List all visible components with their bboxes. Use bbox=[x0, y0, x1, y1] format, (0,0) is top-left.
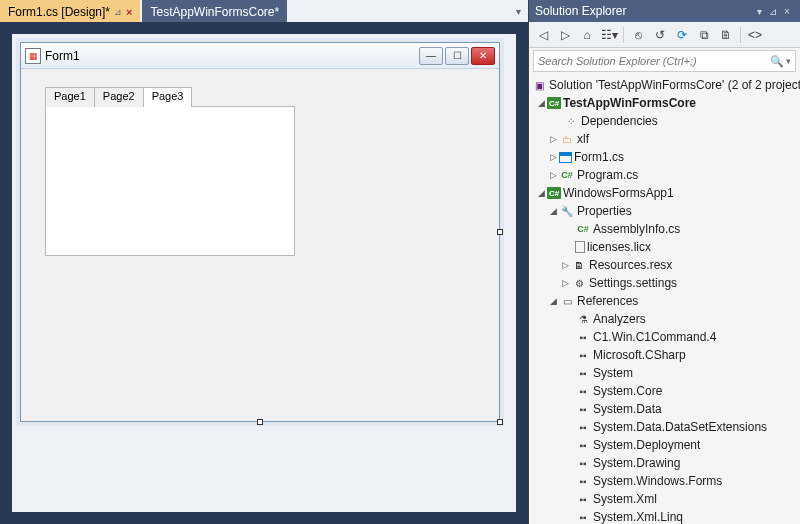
collapse-icon[interactable]: ◢ bbox=[535, 188, 547, 198]
forward-icon[interactable]: ▷ bbox=[555, 25, 575, 45]
design-canvas[interactable]: ▦ Form1 — ☐ ✕ Page1 Page2 Page3 bbox=[12, 34, 516, 512]
item-label: licenses.licx bbox=[587, 240, 651, 254]
expand-icon[interactable]: ▷ bbox=[559, 260, 571, 270]
tree-item[interactable]: ▪▪System.Deployment bbox=[529, 436, 800, 454]
form-window[interactable]: ▦ Form1 — ☐ ✕ Page1 Page2 Page3 bbox=[20, 42, 500, 422]
search-input[interactable] bbox=[538, 55, 770, 67]
panel-title: Solution Explorer bbox=[535, 4, 626, 18]
item-label: System.Drawing bbox=[593, 456, 680, 470]
solution-search[interactable]: 🔍 ▾ bbox=[533, 50, 796, 72]
maximize-button[interactable]: ☐ bbox=[445, 47, 469, 65]
form-title: Form1 bbox=[45, 49, 80, 63]
csproj-icon: C# bbox=[547, 97, 561, 109]
resize-handle-corner[interactable] bbox=[497, 419, 503, 425]
tree-item[interactable]: ▷ C# Program.cs bbox=[529, 166, 800, 184]
collapse-icon[interactable]: ◢ bbox=[535, 98, 547, 108]
item-label: Properties bbox=[577, 204, 632, 218]
solution-explorer-header[interactable]: Solution Explorer ▾ ⊿ × bbox=[529, 0, 800, 22]
form-titlebar: ▦ Form1 — ☐ ✕ bbox=[21, 43, 499, 69]
tree-item[interactable]: ▪▪System.Core bbox=[529, 382, 800, 400]
project-label: WindowsFormsApp1 bbox=[563, 186, 674, 200]
view-code-icon[interactable]: <> bbox=[745, 25, 765, 45]
project-node[interactable]: ◢ C# WindowsFormsApp1 bbox=[529, 184, 800, 202]
expand-icon[interactable]: ▷ bbox=[547, 152, 559, 162]
tab-page2[interactable]: Page2 bbox=[94, 87, 144, 107]
tab-page3[interactable]: Page3 bbox=[143, 87, 193, 107]
tree-item[interactable]: ▪▪Microsoft.CSharp bbox=[529, 346, 800, 364]
form-app-icon: ▦ bbox=[25, 48, 41, 64]
close-panel-icon[interactable]: × bbox=[780, 6, 794, 17]
tree-item[interactable]: ▪▪System.Data bbox=[529, 400, 800, 418]
separator bbox=[623, 27, 624, 43]
minimize-button[interactable]: — bbox=[419, 47, 443, 65]
close-icon[interactable]: × bbox=[126, 6, 132, 18]
expand-icon[interactable]: ▷ bbox=[547, 170, 559, 180]
tree-item[interactable]: ⚗Analyzers bbox=[529, 310, 800, 328]
solution-tree[interactable]: ▣ Solution 'TestAppWinFormsCore' (2 of 2… bbox=[529, 74, 800, 524]
tree-item[interactable]: ▪▪System.Xml bbox=[529, 490, 800, 508]
assembly-icon: ▪▪ bbox=[575, 347, 591, 363]
tree-item[interactable]: ▪▪System.Data.DataSetExtensions bbox=[529, 418, 800, 436]
tree-item[interactable]: ▪▪C1.Win.C1Command.4 bbox=[529, 328, 800, 346]
autohide-pin-icon[interactable]: ⊿ bbox=[766, 6, 780, 17]
cs-file-icon: C# bbox=[559, 167, 575, 183]
dependencies-icon: ⁘ bbox=[563, 113, 579, 129]
tree-item[interactable]: licenses.licx bbox=[529, 238, 800, 256]
assembly-icon: ▪▪ bbox=[575, 365, 591, 381]
solution-node[interactable]: ▣ Solution 'TestAppWinFormsCore' (2 of 2… bbox=[529, 76, 800, 94]
form-body[interactable]: Page1 Page2 Page3 bbox=[21, 69, 499, 275]
tree-item[interactable]: ▷ ⚙ Settings.settings bbox=[529, 274, 800, 292]
tree-item[interactable]: ▪▪System.Xml.Linq bbox=[529, 508, 800, 524]
tree-item[interactable]: ▷ 🗀 xlf bbox=[529, 130, 800, 148]
tree-item[interactable]: ⁘ Dependencies bbox=[529, 112, 800, 130]
tree-item[interactable]: ◢ 🔧 Properties bbox=[529, 202, 800, 220]
refresh-icon[interactable]: ⟳ bbox=[672, 25, 692, 45]
tree-item[interactable]: ▪▪System.Drawing bbox=[529, 454, 800, 472]
sync-icon[interactable]: ↺ bbox=[650, 25, 670, 45]
assembly-icon: ▪▪ bbox=[575, 401, 591, 417]
home-icon[interactable]: ⌂ bbox=[577, 25, 597, 45]
pending-changes-icon[interactable]: ⎋ bbox=[628, 25, 648, 45]
search-dropdown-icon[interactable]: ▾ bbox=[786, 56, 791, 66]
window-position-icon[interactable]: ▾ bbox=[752, 6, 766, 17]
project-node[interactable]: ◢ C# TestAppWinFormsCore bbox=[529, 94, 800, 112]
collapse-icon[interactable]: ◢ bbox=[547, 296, 559, 306]
solution-explorer-panel: Solution Explorer ▾ ⊿ × ◁ ▷ ⌂ ☷▾ ⎋ ↺ ⟳ ⧉… bbox=[528, 0, 800, 524]
collapse-all-icon[interactable]: ⧉ bbox=[694, 25, 714, 45]
item-label: Form1.cs bbox=[574, 150, 624, 164]
pin-icon[interactable]: ⊿ bbox=[114, 7, 122, 17]
solution-label: Solution 'TestAppWinFormsCore' (2 of 2 p… bbox=[549, 78, 800, 92]
item-label: Settings.settings bbox=[589, 276, 677, 290]
references-icon: ▭ bbox=[559, 293, 575, 309]
tree-item[interactable]: ▪▪System.Windows.Forms bbox=[529, 472, 800, 490]
back-icon[interactable]: ◁ bbox=[533, 25, 553, 45]
item-label: AssemblyInfo.cs bbox=[593, 222, 680, 236]
tab-form1-design[interactable]: Form1.cs [Design]* ⊿ × bbox=[0, 0, 140, 22]
collapse-icon[interactable]: ◢ bbox=[547, 206, 559, 216]
tree-item[interactable]: ▷ 🗎 Resources.resx bbox=[529, 256, 800, 274]
search-icon[interactable]: 🔍 bbox=[770, 55, 784, 68]
tab-overflow-icon[interactable]: ▾ bbox=[508, 6, 528, 17]
tab-control[interactable]: Page1 Page2 Page3 bbox=[45, 87, 295, 257]
tree-item[interactable]: ▷ Form1.cs bbox=[529, 148, 800, 166]
switch-views-icon[interactable]: ☷▾ bbox=[599, 25, 619, 45]
item-label: Microsoft.CSharp bbox=[593, 348, 686, 362]
tree-item[interactable]: ▪▪System bbox=[529, 364, 800, 382]
tree-item[interactable]: C# AssemblyInfo.cs bbox=[529, 220, 800, 238]
analyzer-icon: ⚗ bbox=[575, 311, 591, 327]
wrench-icon: 🔧 bbox=[559, 203, 575, 219]
close-button[interactable]: ✕ bbox=[471, 47, 495, 65]
folder-icon: 🗀 bbox=[559, 131, 575, 147]
tab-page1[interactable]: Page1 bbox=[45, 87, 95, 107]
tree-item[interactable]: ◢ ▭ References bbox=[529, 292, 800, 310]
show-all-files-icon[interactable]: 🗎 bbox=[716, 25, 736, 45]
tab-testapp[interactable]: TestAppWinFormsCore* bbox=[142, 0, 287, 22]
expand-icon[interactable]: ▷ bbox=[547, 134, 559, 144]
item-label: C1.Win.C1Command.4 bbox=[593, 330, 716, 344]
assembly-icon: ▪▪ bbox=[575, 491, 591, 507]
resize-handle-bottom[interactable] bbox=[257, 419, 263, 425]
file-icon bbox=[575, 241, 585, 253]
resize-handle-right[interactable] bbox=[497, 229, 503, 235]
expand-icon[interactable]: ▷ bbox=[559, 278, 571, 288]
tab-panel[interactable] bbox=[45, 106, 295, 256]
